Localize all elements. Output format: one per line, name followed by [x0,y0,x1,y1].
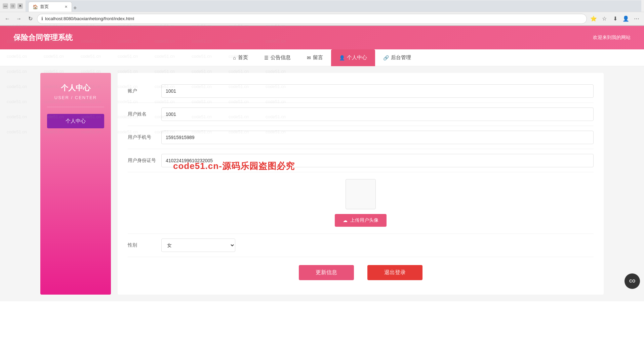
browser-chrome: — □ ✕ 🏠 首页 ✕ + ← → ↻ ℹ ⭐ ☆ ⬇ 👤 ⋯ [0,0,644,26]
form-area: code51.cn-源码乐园盗图必究 账户 用户姓名 用户手机号 [118,73,604,295]
home-icon: ⌂ [233,55,236,60]
address-bar-row: ← → ↻ ℹ ⭐ ☆ ⬇ 👤 ⋯ [0,12,644,26]
message-icon: ✉ [307,55,311,60]
sidebar-menu-item-profile[interactable]: 个人中心 [47,114,104,128]
sidebar: 个人中心 USER / CENTER 个人中心 [40,73,111,295]
sidebar-menu: 个人中心 [40,107,111,135]
nav-item-home[interactable]: ⌂ 首页 [225,49,256,66]
idcard-label: 用户身份证号 [128,158,161,164]
announcement-icon: ☰ [264,55,269,60]
address-bar[interactable]: ℹ [37,14,587,24]
account-input[interactable] [161,84,594,98]
phone-input[interactable] [161,131,594,144]
upload-avatar-button[interactable]: ☁ 上传用户头像 [335,214,387,227]
nav-label-message: 留言 [313,54,323,61]
site-title: 保险合同管理系统 [13,33,73,43]
bottom-actions: 更新信息 退出登录 [128,257,594,284]
maximize-button[interactable]: □ [10,3,15,9]
page-content: 保险合同管理系统 欢迎来到我的网站 ⌂ 首页 ☰ 公告信息 ✉ 留言 👤 个人中… [0,26,644,301]
collections-button[interactable]: ⬇ [610,14,620,24]
close-button[interactable]: ✕ [17,3,23,9]
logout-button[interactable]: 退出登录 [367,265,422,280]
form-row-username: 用户姓名 [128,103,594,126]
gender-label: 性别 [128,242,161,248]
window-controls: — □ ✕ [3,3,23,9]
site-nav: ⌂ 首页 ☰ 公告信息 ✉ 留言 👤 个人中心 🔗 后台管理 [0,49,644,66]
sidebar-header: 个人中心 USER / CENTER [40,73,111,107]
site-welcome: 欢迎来到我的网站 [593,35,631,41]
page-wrapper: code51.cn code51.cn code51.cn code51.cn … [0,26,644,311]
sidebar-title: 个人中心 [47,83,104,93]
main-container: 个人中心 USER / CENTER 个人中心 code51.cn-源码乐园盗图… [0,66,644,301]
back-button[interactable]: ← [3,14,12,24]
update-button[interactable]: 更新信息 [299,265,354,280]
account-label: 账户 [128,88,161,94]
lock-icon: ℹ [41,16,43,21]
site-header: 保险合同管理系统 欢迎来到我的网站 [0,26,644,49]
avatar-preview [346,179,376,209]
minimize-button[interactable]: — [3,3,8,9]
nav-item-profile[interactable]: 👤 个人中心 [331,49,375,66]
form-row-idcard: 用户身份证号 [128,149,594,172]
nav-label-home: 首页 [238,54,248,61]
form-row-account: 账户 [128,80,594,103]
close-tab-icon[interactable]: ✕ [65,5,68,9]
tab-bar: 🏠 首页 ✕ + [26,0,641,12]
tab-favicon: 🏠 [33,4,38,9]
forward-button[interactable]: → [14,14,24,24]
username-input[interactable] [161,107,594,121]
browser-titlebar: — □ ✕ 🏠 首页 ✕ + [0,0,644,12]
tab-label: 首页 [40,4,49,10]
avatar-upload-row: ☁ 上传用户头像 [128,172,594,234]
nav-label-profile: 个人中心 [347,54,367,61]
profile-button[interactable]: 👤 [621,14,631,24]
idcard-input[interactable] [161,154,594,167]
refresh-button[interactable]: ↻ [26,14,35,24]
phone-label: 用户手机号 [128,134,161,140]
upload-icon: ☁ [343,218,348,223]
nav-label-announcement: 公告信息 [271,54,291,61]
username-label: 用户姓名 [128,111,161,117]
more-button[interactable]: ⋯ [632,14,641,24]
profile-nav-icon: 👤 [339,55,345,60]
new-tab-button[interactable]: + [73,5,77,12]
favorites-button[interactable]: ☆ [600,14,609,24]
nav-label-admin: 后台管理 [391,54,411,61]
browser-actions: ⭐ ☆ ⬇ 👤 ⋯ [589,14,641,24]
gender-select[interactable]: 女 男 [161,239,235,252]
nav-item-admin[interactable]: 🔗 后台管理 [375,49,419,66]
admin-icon: 🔗 [383,55,389,60]
active-tab[interactable]: 🏠 首页 ✕ [28,2,72,12]
form-row-gender: 性别 女 男 [128,234,594,257]
nav-item-message[interactable]: ✉ 留言 [299,49,331,66]
nav-item-announcement[interactable]: ☰ 公告信息 [256,49,299,66]
extension-button[interactable]: ⭐ [589,14,598,24]
sidebar-subtitle: USER / CENTER [47,95,104,100]
form-row-phone: 用户手机号 [128,126,594,149]
url-input[interactable] [45,16,582,21]
upload-btn-label: 上传用户头像 [350,217,378,223]
float-co-button[interactable]: CO [625,273,640,289]
